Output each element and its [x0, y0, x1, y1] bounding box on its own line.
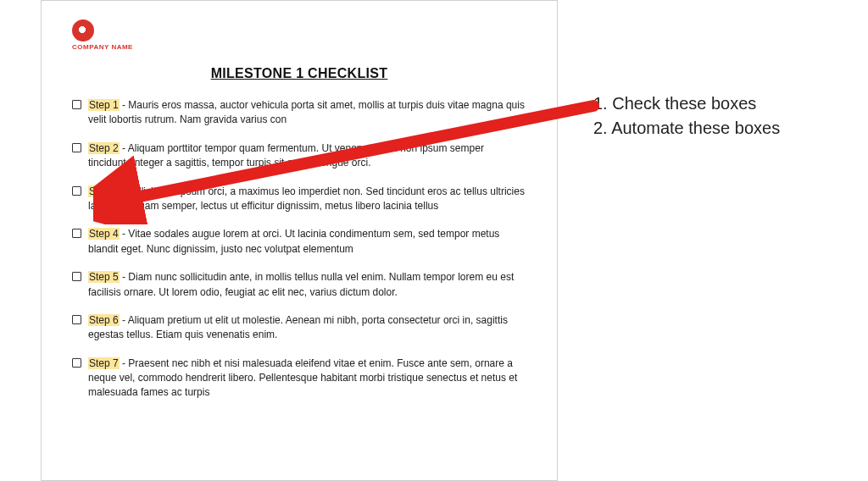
- step-text: Step 5 - Diam nunc sollicitudin ante, in…: [88, 270, 526, 300]
- step-description: - Aliquam pretium ut elit ut molestie. A…: [88, 314, 508, 340]
- step-description: - Aliquam porttitor tempor quam fermentu…: [88, 142, 484, 169]
- logo-area: COMPANY NAME: [72, 19, 526, 51]
- step-5-checkbox[interactable]: [72, 272, 81, 281]
- step-text: Step 2 - Aliquam porttitor tempor quam f…: [88, 141, 526, 171]
- list-item: Step 6 - Aliquam pretium ut elit ut mole…: [72, 313, 526, 343]
- annotation-line-2: 2. Automate these boxes: [593, 116, 780, 141]
- company-name-label: COMPANY NAME: [72, 43, 133, 51]
- list-item: Step 5 - Diam nunc sollicitudin ante, in…: [72, 270, 526, 300]
- step-3-checkbox[interactable]: [72, 186, 81, 196]
- step-4-checkbox[interactable]: [72, 229, 81, 238]
- step-description: - sollicitudin ipsum orci, a maximus leo…: [88, 185, 525, 212]
- step-description: - Praesent nec nibh et nisi malesuada el…: [88, 357, 517, 399]
- list-item: Step 2 - Aliquam porttitor tempor quam f…: [72, 141, 526, 171]
- step-2-checkbox[interactable]: [72, 143, 81, 152]
- list-item: Step 1 - Mauris eros massa, auctor vehic…: [72, 98, 526, 128]
- step-text: Step 1 - Mauris eros massa, auctor vehic…: [88, 98, 526, 128]
- company-logo-icon: [72, 19, 94, 41]
- step-label: Step 6: [88, 314, 120, 326]
- step-text: Step 7 - Praesent nec nibh et nisi males…: [88, 357, 526, 401]
- step-label: Step 2: [88, 142, 120, 154]
- step-label: Step 1: [88, 99, 120, 111]
- step-label: Step 7: [88, 357, 120, 369]
- list-item: Step 7 - Praesent nec nibh et nisi males…: [72, 357, 526, 401]
- annotation-text: 1. Check these boxes 2. Automate these b…: [593, 91, 780, 141]
- step-label: Step 3: [88, 185, 120, 197]
- document-title: MILESTONE 1 CHECKLIST: [72, 66, 526, 81]
- step-description: - Vitae sodales augue lorem at orci. Ut …: [88, 228, 499, 254]
- step-description: - Diam nunc sollicitudin ante, in mollis…: [88, 271, 514, 297]
- list-item: Step 4 - Vitae sodales augue lorem at or…: [72, 227, 526, 257]
- step-description: - Mauris eros massa, auctor vehicula por…: [88, 99, 525, 125]
- step-text: Step 4 - Vitae sodales augue lorem at or…: [88, 227, 526, 257]
- step-text: Step 6 - Aliquam pretium ut elit ut mole…: [88, 313, 526, 343]
- document-page: COMPANY NAME MILESTONE 1 CHECKLIST Step …: [41, 0, 558, 481]
- checklist: Step 1 - Mauris eros massa, auctor vehic…: [72, 98, 526, 401]
- step-7-checkbox[interactable]: [72, 358, 81, 368]
- list-item: Step 3 - sollicitudin ipsum orci, a maxi…: [72, 185, 526, 214]
- annotation-line-1: 1. Check these boxes: [593, 91, 780, 116]
- step-text: Step 3 - sollicitudin ipsum orci, a maxi…: [88, 185, 526, 214]
- step-label: Step 5: [88, 271, 120, 283]
- step-1-checkbox[interactable]: [72, 100, 81, 109]
- step-6-checkbox[interactable]: [72, 315, 81, 324]
- step-label: Step 4: [88, 228, 120, 240]
